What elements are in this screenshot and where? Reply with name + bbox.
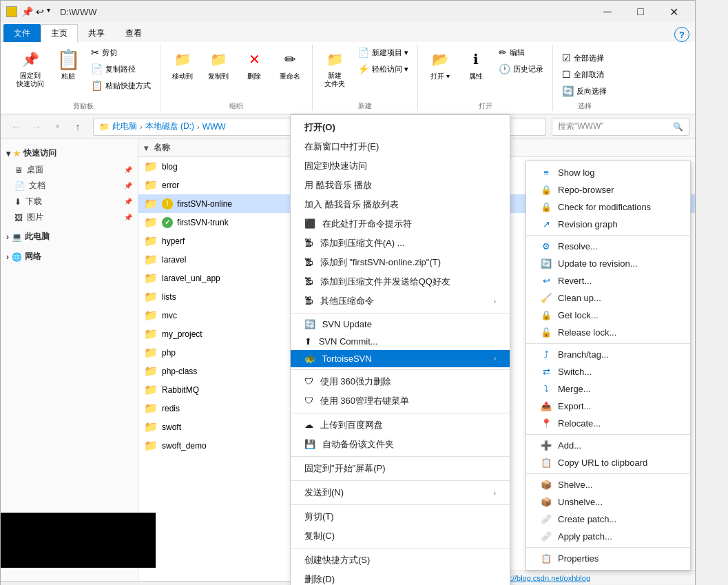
properties-button[interactable]: ℹ 属性 xyxy=(459,45,492,85)
preview-pane xyxy=(1,513,156,568)
menu-separator xyxy=(526,473,690,474)
svn-menu-item[interactable]: ⤵ Merge... xyxy=(526,380,690,398)
open-button[interactable]: 📂 打开 ▾ xyxy=(424,45,457,85)
tab-view[interactable]: 查看 xyxy=(115,24,152,42)
svn-menu-label: Export... xyxy=(558,401,591,411)
svn-menu-item[interactable]: ↩ Revert... xyxy=(526,272,690,289)
menu-item[interactable]: 🗜 添加到压缩文件并发送给QQ好友 xyxy=(291,272,510,291)
rename-button[interactable]: ✏ 重命名 xyxy=(273,45,306,85)
menu-item[interactable]: ⬛ 在此处打开命令提示符 xyxy=(291,214,510,234)
svn-menu-item[interactable]: 🔒 Repo-browser xyxy=(526,181,690,198)
svn-menu-item[interactable]: 🔒 Check for modifications xyxy=(526,198,690,216)
network-header[interactable]: › 🌐 网络 xyxy=(1,248,138,265)
quick-access-icon[interactable]: 📌 xyxy=(21,6,33,17)
svn-menu-icon: ↩ xyxy=(540,276,552,286)
sidebar-item-pictures[interactable]: 🖼 图片 📌 xyxy=(1,209,138,225)
tab-share[interactable]: 共享 xyxy=(78,24,115,42)
svn-menu-item[interactable]: ⇄ Switch... xyxy=(526,363,690,380)
svn-menu-item[interactable]: ⤴ Branch/tag... xyxy=(526,346,690,363)
svn-menu-item[interactable]: ➕ Add... xyxy=(526,437,690,454)
select-none-button[interactable]: ☐全部取消 xyxy=(559,67,610,82)
menu-item[interactable]: 复制(C) xyxy=(291,526,510,546)
copy-to-button[interactable]: 📁 复制到 xyxy=(202,45,235,85)
menu-item[interactable]: 🗜 其他压缩命令 › xyxy=(291,291,510,311)
sidebar-item-desktop[interactable]: 🖥 桌面 📌 xyxy=(1,162,138,178)
svn-menu-item[interactable]: 🩹 Create patch... xyxy=(526,511,690,528)
quick-access-header[interactable]: ▾ ★ 快速访问 xyxy=(1,145,138,162)
svn-menu-item[interactable]: 📦 Shelve... xyxy=(526,476,690,493)
svn-menu-item[interactable]: 🩹 Apply patch... xyxy=(526,528,690,545)
menu-item[interactable]: 用 酷我音乐 播放 xyxy=(291,176,510,195)
menu-item[interactable]: 🛡 使用 360管理右键菜单 xyxy=(291,391,510,411)
copy-path-button[interactable]: 📄复制路径 xyxy=(87,61,154,76)
menu-item[interactable]: 剪切(T) xyxy=(291,507,510,526)
minimize-button[interactable]: ─ xyxy=(592,2,623,21)
svn-menu-item[interactable]: 📦 Unshelve... xyxy=(526,493,690,511)
menu-item[interactable]: 固定到快速访问 xyxy=(291,156,510,176)
menu-item[interactable]: 在新窗口中打开(E) xyxy=(291,137,510,156)
svn-menu-icon: 🧹 xyxy=(540,293,552,303)
forward-button[interactable]: → xyxy=(27,119,46,135)
menu-item[interactable]: 发送到(N) › xyxy=(291,483,510,502)
menu-item[interactable]: 🐢 TortoiseSVN › xyxy=(291,350,510,367)
cut-button[interactable]: ✂剪切 xyxy=(87,45,154,60)
svn-menu-item[interactable]: 📋 Properties xyxy=(526,550,690,567)
svn-menu-item[interactable]: 🔓 Release lock... xyxy=(526,324,690,341)
select-all-button[interactable]: ☑全部选择 xyxy=(559,50,610,65)
svn-menu-item[interactable]: 🧹 Clean up... xyxy=(526,289,690,307)
menu-item[interactable]: ☁ 上传到百度网盘 xyxy=(291,415,510,435)
history-button[interactable]: 🕐历史记录 xyxy=(495,61,547,76)
file-name: firstSVN-trunk xyxy=(177,218,229,227)
paste-button[interactable]: 📋 粘贴 xyxy=(52,45,85,85)
svn-menu-item[interactable]: ≡ Show log xyxy=(526,164,690,181)
help-button[interactable]: ? xyxy=(674,27,689,42)
svn-menu-item[interactable]: 📍 Relocate... xyxy=(526,415,690,432)
svn-menu-item[interactable]: 🔄 Update to revision... xyxy=(526,255,690,272)
svn-menu-item[interactable]: 📋 Copy URL to clipboard xyxy=(526,454,690,471)
move-to-button[interactable]: 📁 移动到 xyxy=(166,45,199,85)
new-folder-button[interactable]: 📁 新建文件夹 xyxy=(318,45,351,92)
menu-item[interactable]: 🗜 添加到压缩文件(A) ... xyxy=(291,234,510,253)
edit-icon: ✏ xyxy=(499,47,507,58)
svn-menu-item[interactable]: 🔒 Get lock... xyxy=(526,307,690,324)
dropdown-arrow-icon[interactable]: ▾ xyxy=(47,6,50,17)
edit-button[interactable]: ✏编辑 xyxy=(495,45,547,60)
computer-header[interactable]: › 💻 此电脑 xyxy=(1,228,138,245)
delete-button[interactable]: ✕ 删除 xyxy=(238,45,271,85)
svn-menu-item[interactable]: ↗ Revision graph xyxy=(526,216,690,233)
search-box[interactable]: 搜索"WWW" 🔍 xyxy=(552,118,689,136)
pin-to-quickaccess-button[interactable]: 📌 固定到快速访问 xyxy=(12,45,49,92)
close-button[interactable]: ✕ xyxy=(658,2,689,21)
menu-item-label: 创建快捷方式(S) xyxy=(304,555,370,565)
new-item-button[interactable]: 📄新建项目 ▾ xyxy=(354,45,412,60)
file-name: swoft xyxy=(162,422,181,432)
menu-item[interactable]: ⬆ SVN Commit... xyxy=(291,333,510,350)
menu-item[interactable]: 🛡 使用 360强力删除 xyxy=(291,372,510,391)
sidebar-item-downloads[interactable]: ⬇ 下载 📌 xyxy=(1,194,138,209)
up-button[interactable]: ↑ xyxy=(68,119,87,135)
back-button[interactable]: ← xyxy=(6,119,25,135)
menu-item[interactable]: 删除(D) xyxy=(291,570,510,585)
menu-item-label: 上传到百度网盘 xyxy=(320,420,383,430)
easy-access-button[interactable]: ⚡轻松访问 ▾ xyxy=(354,61,412,76)
menu-item[interactable]: 打开(O) xyxy=(291,118,510,137)
tab-home[interactable]: 主页 xyxy=(41,24,78,43)
undo-icon[interactable]: ↩ xyxy=(36,6,44,17)
svn-menu-item[interactable]: 📤 Export... xyxy=(526,398,690,415)
menu-item[interactable]: 💾 自动备份该文件夹 xyxy=(291,435,510,454)
folder-icon: 📁 xyxy=(144,365,158,378)
paste-shortcut-button[interactable]: 📋粘贴快捷方式 xyxy=(87,78,154,93)
tab-file[interactable]: 文件 xyxy=(3,24,41,42)
sidebar-item-documents[interactable]: 📄 文档 📌 xyxy=(1,178,138,194)
menu-item[interactable]: 加入 酷我音乐 播放列表 xyxy=(291,195,510,214)
menu-item[interactable]: 固定到"开始"屏幕(P) xyxy=(291,459,510,478)
menu-item-label: 在新窗口中打开(E) xyxy=(304,141,379,152)
svn-menu-item[interactable]: ⚙ Resolve... xyxy=(526,238,690,255)
menu-item[interactable]: 🔄 SVN Update xyxy=(291,316,510,333)
invert-selection-button[interactable]: 🔄反向选择 xyxy=(559,83,610,99)
menu-item[interactable]: 🗜 添加到 "firstSVN-online.zip"(T) xyxy=(291,253,510,272)
file-name: php xyxy=(162,348,176,358)
recent-button[interactable]: ▾ xyxy=(48,119,67,135)
menu-item[interactable]: 创建快捷方式(S) xyxy=(291,551,510,570)
maximize-button[interactable]: □ xyxy=(625,2,656,21)
